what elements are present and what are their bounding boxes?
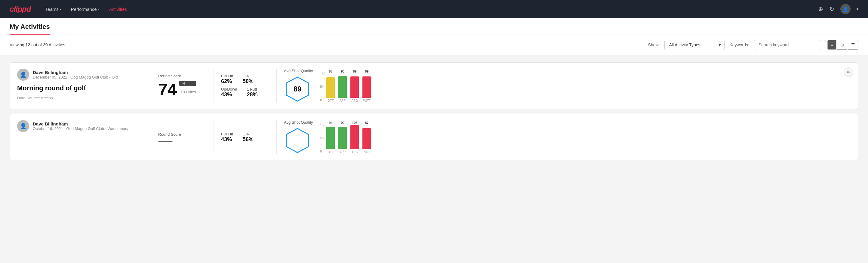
stat-label: 1 Putt	[247, 87, 257, 91]
card-stats-section: FW Hit 43% GIR 56%	[221, 120, 269, 154]
add-circle-icon[interactable]: ⊕	[818, 5, 823, 12]
score-dash	[158, 141, 173, 142]
y-label-100: 100	[320, 124, 326, 127]
user-info: Dave Billingham October 16, 2021 · Gog M…	[33, 121, 128, 131]
edit-button[interactable]: ✏	[844, 67, 853, 77]
nav-item-teams[interactable]: Teams ▾	[45, 7, 61, 12]
quality-hex-section: Avg Shot Quality	[284, 120, 313, 154]
y-label-50: 50	[320, 137, 326, 140]
quality-hexagon: 89	[284, 76, 311, 103]
stat-label: GIR	[243, 74, 253, 78]
bar-arg-value: 89	[353, 69, 356, 73]
nav-item-performance[interactable]: Performance ▾	[71, 7, 99, 12]
bar-arg-label: ARG	[351, 150, 358, 154]
y-label-0: 0	[320, 98, 326, 102]
bar-ott-fill	[326, 127, 335, 149]
score-label: Round Score	[158, 132, 206, 137]
quality-hex-section: Avg Shot Quality 89	[284, 68, 313, 103]
viewing-shown: 12	[26, 42, 30, 47]
card-info: 👤 Dave Billingham December 05, 2021 · Go…	[17, 68, 144, 103]
score-holes: 18 Holes	[181, 90, 196, 94]
bar-ott-label: OTT	[328, 99, 334, 102]
refresh-icon[interactable]: ↻	[829, 5, 834, 12]
bar-arg-value: 106	[352, 121, 357, 124]
bar-putt-label: PUTT	[363, 150, 371, 154]
page-header: My Activities	[0, 18, 868, 35]
stat-row-1: FW Hit 62% GIR 50%	[221, 74, 269, 85]
bar-ott-fill	[326, 77, 335, 98]
filter-bar: Viewing 12 out of 29 Activities Show: Al…	[0, 35, 868, 55]
bar-putt: 87 PUTT	[363, 121, 371, 154]
card-stats-section: FW Hit 62% GIR 50% Up/Down 43% 1 Putt 28…	[221, 68, 269, 103]
bar-ott-label: OTT	[328, 150, 334, 154]
bar-putt-value: 87	[365, 121, 368, 124]
bar-app: 92 APP	[338, 121, 347, 154]
nav-actions: ⊕ ↻ 👤 ▾	[818, 4, 858, 14]
bar-ott: 85 OTT	[326, 69, 335, 102]
card-divider	[151, 68, 151, 103]
user-chevron-icon[interactable]: ▾	[857, 7, 858, 11]
chart-y-axis: 100 50 0	[320, 124, 326, 154]
bar-arg-label: ARG	[351, 99, 358, 102]
bar-arg: 89 ARG	[350, 69, 359, 102]
card-divider	[151, 120, 151, 154]
bar-putt: 89 PUTT	[363, 69, 371, 102]
bar-app-value: 92	[341, 121, 344, 124]
activity-type-select[interactable]: All Activity Types	[664, 40, 724, 50]
user-name: Dave Billingham	[33, 70, 118, 75]
stat-label: Up/Down	[221, 87, 237, 91]
y-label-50: 50	[320, 85, 326, 88]
nav-item-activities[interactable]: Activities	[109, 7, 127, 12]
bar-app-fill	[338, 76, 347, 98]
bar-app: 90 APP	[338, 69, 347, 102]
avatar-person-icon: 👤	[20, 123, 27, 129]
performance-chevron-icon: ▾	[98, 7, 99, 11]
stat-1putt: 1 Putt 28%	[247, 87, 257, 98]
quality-label: Avg Shot Quality	[284, 120, 313, 124]
stat-updown: Up/Down 43%	[221, 87, 237, 98]
bar-arg-fill	[350, 125, 359, 149]
logo[interactable]: clippd	[10, 4, 31, 14]
list-compact-view-button[interactable]: ≡	[828, 40, 836, 50]
score-label: Round Score	[158, 74, 206, 78]
search-input[interactable]	[754, 40, 820, 50]
bar-app-fill	[338, 127, 347, 149]
bar-app-label: APP	[340, 99, 346, 102]
card-user-section: 👤 Dave Billingham December 05, 2021 · Go…	[17, 68, 144, 81]
avatar-person-icon: 👤	[20, 71, 27, 78]
stat-gir: GIR 56%	[243, 132, 253, 143]
shot-quality-chart: 100 50 0 85 OTT 90	[320, 69, 404, 102]
stat-value: 28%	[247, 91, 257, 98]
card-divider-3	[276, 68, 277, 103]
nav-performance-label: Performance	[71, 7, 97, 12]
grid-view-button[interactable]: ⊞	[837, 40, 847, 50]
card-divider-2	[214, 68, 214, 103]
activity-type-select-wrapper[interactable]: All Activity Types	[664, 40, 724, 50]
view-toggle-group: ≡ ⊞ ☰	[828, 40, 858, 50]
round-score-section: Round Score 74 +4 18 Holes	[158, 68, 206, 103]
avatar: 👤	[17, 68, 29, 81]
bar-ott: 94 OTT	[326, 121, 335, 154]
data-source: Data Source: Arccos	[17, 96, 144, 100]
avatar: 👤	[17, 120, 29, 132]
nav-teams-label: Teams	[45, 7, 59, 12]
stat-fw-hit: FW Hit 62%	[221, 74, 233, 85]
bar-arg: 106 ARG	[350, 121, 359, 154]
keywords-label: Keywords:	[730, 42, 749, 47]
stat-gir: GIR 50%	[243, 74, 253, 85]
avatar-icon: 👤	[842, 6, 848, 12]
stat-value: 43%	[221, 136, 233, 143]
stat-fw-hit: FW Hit 43%	[221, 132, 233, 143]
bar-app-label: APP	[340, 150, 346, 154]
bar-arg-fill	[350, 77, 359, 98]
y-label-100: 100	[320, 72, 326, 76]
list-detail-view-button[interactable]: ☰	[848, 40, 858, 50]
quality-label: Avg Shot Quality	[284, 68, 313, 73]
user-date: December 05, 2021 · Gog Magog Golf Club …	[33, 75, 118, 80]
card-divider-2	[214, 120, 214, 154]
user-avatar[interactable]: 👤	[840, 4, 850, 14]
quality-hexagon	[284, 127, 311, 154]
bar-app-value: 90	[341, 69, 344, 73]
card-divider-3	[276, 120, 277, 154]
viewing-total: 29	[43, 42, 48, 47]
